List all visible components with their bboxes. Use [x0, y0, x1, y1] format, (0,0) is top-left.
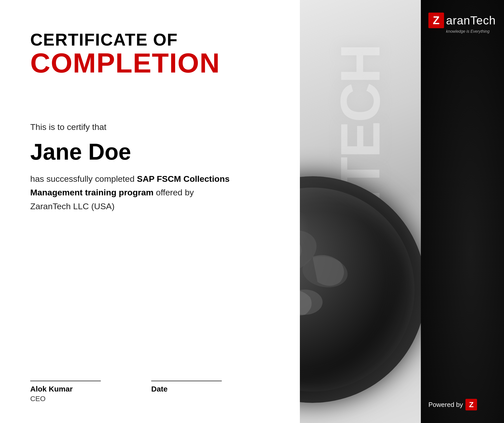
- main-content: CERTIFICATE OF COMPLETION This is to cer…: [30, 30, 275, 361]
- completion-prefix: has successfully completed: [30, 174, 137, 184]
- svg-point-1: [300, 253, 350, 291]
- date-label: Date: [151, 385, 222, 393]
- logo-tech: Tech: [470, 14, 496, 27]
- cert-title-completion: COMPLETION: [30, 49, 275, 77]
- powered-z-letter: Z: [469, 400, 474, 409]
- logo-name-part: aranTech: [446, 15, 496, 26]
- cert-title-of: CERTIFICATE OF: [30, 30, 275, 49]
- logo-name-text: aranTech: [446, 15, 496, 26]
- zarantech-logo: Z aranTech knowledge is Everything: [428, 13, 496, 34]
- logo-aran: aran: [446, 14, 470, 27]
- cert-body: This is to certify that Jane Doe has suc…: [30, 122, 275, 213]
- recipient-name: Jane Doe: [30, 139, 275, 164]
- certificate-container: CERTIFICATE OF COMPLETION This is to cer…: [0, 0, 504, 423]
- signature-section: Alok Kumar CEO Date: [30, 376, 275, 403]
- signatory-name: Alok Kumar: [30, 385, 101, 393]
- svg-point-4: [300, 209, 328, 285]
- signature-block-name: Alok Kumar CEO: [30, 381, 101, 403]
- logo-z-letter: Z: [433, 15, 440, 26]
- signature-block-date: Date: [151, 381, 222, 395]
- signatory-title: CEO: [30, 395, 101, 403]
- logo-tagline: knowledge is Everything: [446, 29, 490, 34]
- left-section: CERTIFICATE OF COMPLETION This is to cer…: [0, 0, 300, 423]
- powered-z-box: Z: [465, 399, 477, 410]
- logo-z-box: Z: [428, 13, 444, 28]
- globe-art: [300, 176, 421, 403]
- globe-svg: [300, 176, 421, 403]
- svg-point-0: [300, 223, 323, 281]
- completion-text: has successfully completed SAP FSCM Coll…: [30, 172, 232, 213]
- right-section: Z aranTech knowledge is Everything Power…: [421, 0, 504, 423]
- certify-text: This is to certify that: [30, 122, 275, 132]
- signature-line: [30, 381, 101, 381]
- middle-section: ZARANTECH: [300, 0, 421, 423]
- powered-by: Powered by Z: [428, 399, 496, 410]
- svg-point-2: [300, 290, 323, 315]
- powered-by-label: Powered by: [428, 401, 463, 409]
- date-line: [151, 381, 222, 381]
- logo-box: Z aranTech: [428, 13, 496, 28]
